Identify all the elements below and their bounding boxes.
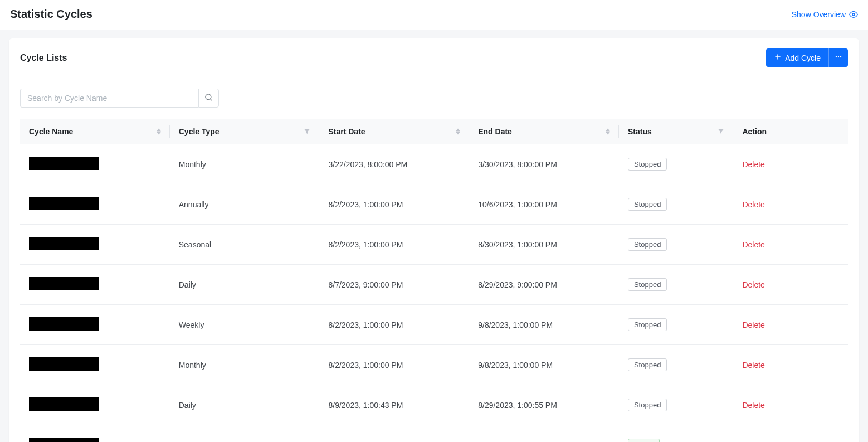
delete-action[interactable]: Delete [742,160,764,169]
table-row: Monthly3/22/2023, 8:00:00 PM3/30/2023, 8… [20,144,848,184]
eye-icon [849,10,858,19]
end-date-cell: 4/26/2025, 12:50:00 AM [469,425,619,443]
status-badge: Active [628,439,660,442]
start-date-cell: 3/22/2023, 8:00:00 PM [319,144,469,184]
cycle-type-cell: Daily [170,425,320,443]
table-row: Daily8/7/2023, 9:00:00 PM8/29/2023, 9:00… [20,265,848,305]
svg-line-7 [210,99,212,100]
add-cycle-label: Add Cycle [785,54,821,62]
plus-icon [774,53,782,62]
table-row: Monthly8/2/2023, 1:00:00 PM9/8/2023, 1:0… [20,345,848,385]
cycle-type-cell: Seasonal [170,225,320,265]
col-end-date-label: End Date [478,127,512,136]
cycle-name-redacted [29,357,99,371]
col-cycle-name-label: Cycle Name [29,127,73,136]
cycle-lists-panel: Cycle Lists Add Cycle [9,38,859,442]
sort-icon [456,128,460,135]
svg-point-0 [852,13,855,16]
more-actions-button[interactable] [828,48,848,67]
end-date-cell: 8/29/2023, 9:00:00 PM [469,265,619,305]
cycle-type-cell: Monthly [170,144,320,184]
start-date-cell: 8/2/2023, 1:00:00 PM [319,345,469,385]
cycle-type-cell: Weekly [170,305,320,345]
start-date-cell: 8/2/2023, 1:00:00 PM [319,225,469,265]
delete-action[interactable]: Delete [742,240,764,249]
table-row: Daily8/9/2023, 1:00:43 PM8/29/2023, 1:00… [20,385,848,425]
table-row: Annually8/2/2023, 1:00:00 PM10/6/2023, 1… [20,184,848,225]
status-badge: Stopped [628,158,667,171]
delete-action[interactable]: Delete [742,320,764,329]
filter-icon [304,128,310,135]
cycle-name-redacted [29,237,99,250]
delete-action[interactable]: Delete [742,280,764,289]
col-start-date-label: Start Date [328,127,365,136]
end-date-cell: 9/8/2023, 1:00:00 PM [469,305,619,345]
status-badge: Stopped [628,318,667,331]
cycle-name-redacted [29,157,99,170]
delete-action[interactable]: Delete [742,200,764,209]
end-date-cell: 10/6/2023, 1:00:00 PM [469,184,619,225]
cycles-table: Cycle Name Cycle Type [20,119,848,442]
sort-icon [606,128,610,135]
cycle-type-cell: Daily [170,265,320,305]
add-cycle-button[interactable]: Add Cycle [766,48,828,67]
search-button[interactable] [198,89,219,108]
col-end-date[interactable]: End Date [469,119,619,144]
status-badge: Stopped [628,278,667,291]
cycle-type-cell: Monthly [170,345,320,385]
filter-icon [718,128,724,135]
col-cycle-name[interactable]: Cycle Name [20,119,170,144]
search-input[interactable] [20,89,198,108]
end-date-cell: 3/30/2023, 8:00:00 PM [469,144,619,184]
delete-action[interactable]: Delete [742,361,764,370]
status-badge: Stopped [628,238,667,251]
start-date-cell: 8/2/2023, 1:00:00 PM [319,184,469,225]
start-date-cell: 8/2/2023, 1:00:00 PM [319,305,469,345]
col-status-label: Status [628,127,652,136]
cycle-name-redacted [29,197,99,210]
status-badge: Stopped [628,198,667,211]
end-date-cell: 8/29/2023, 1:00:55 PM [469,385,619,425]
table-row: Daily4/23/2024, 12:50:00 AM4/26/2025, 12… [20,425,848,443]
status-badge: Stopped [628,358,667,371]
search-icon [204,93,213,103]
more-icon [835,53,842,62]
col-cycle-type[interactable]: Cycle Type [170,119,320,144]
cycle-name-redacted [29,277,99,290]
col-action: Action [733,119,848,144]
cycle-type-cell: Annually [170,184,320,225]
table-row: Weekly8/2/2023, 1:00:00 PM9/8/2023, 1:00… [20,305,848,345]
svg-point-3 [836,56,837,57]
cycle-name-redacted [29,317,99,331]
panel-title: Cycle Lists [20,53,67,63]
page-title: Statistic Cycles [10,8,92,21]
end-date-cell: 9/8/2023, 1:00:00 PM [469,345,619,385]
delete-action[interactable]: Delete [742,401,764,410]
show-overview-link[interactable]: Show Overview [792,10,858,19]
start-date-cell: 8/9/2023, 1:00:43 PM [319,385,469,425]
col-status[interactable]: Status [619,119,734,144]
sort-icon [157,128,161,135]
status-badge: Stopped [628,399,667,411]
col-start-date[interactable]: Start Date [319,119,469,144]
end-date-cell: 8/30/2023, 1:00:00 PM [469,225,619,265]
start-date-cell: 8/7/2023, 9:00:00 PM [319,265,469,305]
cycle-name-redacted [29,438,99,442]
col-cycle-type-label: Cycle Type [179,127,220,136]
start-date-cell: 4/23/2024, 12:50:00 AM [319,425,469,443]
show-overview-label: Show Overview [792,10,846,19]
cycle-name-redacted [29,397,99,411]
cycle-type-cell: Daily [170,385,320,425]
svg-point-4 [838,56,839,57]
col-action-label: Action [742,127,767,136]
svg-point-5 [840,56,841,57]
table-row: Seasonal8/2/2023, 1:00:00 PM8/30/2023, 1… [20,225,848,265]
